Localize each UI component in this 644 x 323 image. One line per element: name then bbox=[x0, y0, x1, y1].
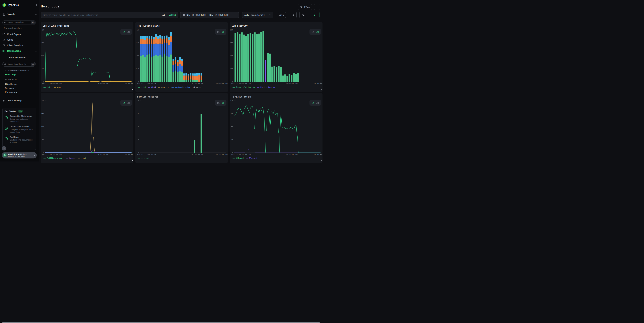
panel-resize-handle[interactable] bbox=[226, 89, 227, 90]
sidebar-item-alerts[interactable]: Alerts bbox=[2, 38, 37, 42]
saved-dashboards-field[interactable] bbox=[8, 63, 31, 66]
get-started-step-sources[interactable]: Create Data Sources Configure where your… bbox=[4, 125, 34, 134]
legend-item[interactable]: warn bbox=[54, 86, 62, 88]
legend-item[interactable]: systemd bbox=[138, 157, 149, 159]
sidebar-search-label: Search bbox=[7, 13, 14, 16]
saved-searches-input[interactable]: ⌘K bbox=[2, 20, 36, 25]
line-chart-toggle-icon[interactable] bbox=[312, 31, 314, 33]
layout-grid-icon bbox=[2, 50, 5, 52]
run-query-button[interactable] bbox=[310, 12, 320, 18]
svg-text:200: 200 bbox=[41, 100, 44, 102]
legend-item[interactable]: systemd-logind bbox=[172, 86, 190, 88]
sidebar-item-search[interactable]: Search bbox=[2, 13, 37, 16]
svg-text:250: 250 bbox=[136, 68, 139, 70]
legend-item[interactable]: Blocked bbox=[246, 157, 257, 159]
lucene-mode-toggle[interactable]: Lucene bbox=[168, 14, 176, 16]
panel-resize-handle[interactable] bbox=[321, 89, 322, 90]
legend-label: CRON bbox=[151, 86, 156, 88]
saved-searches-field[interactable] bbox=[8, 21, 31, 24]
event-search-input[interactable] bbox=[44, 14, 162, 16]
check-circle-icon bbox=[4, 127, 8, 130]
sidebar-item-team-settings[interactable]: Team Settings bbox=[2, 99, 37, 102]
get-started-step-connect[interactable]: Connect to ClickHouse Set up your databa… bbox=[4, 115, 34, 123]
legend-item[interactable]: Failed Logins bbox=[257, 86, 275, 88]
svg-text:4: 4 bbox=[138, 126, 139, 128]
sql-mode-toggle[interactable]: SQL bbox=[162, 14, 166, 16]
chart-canvas[interactable]: 050100150200Nov 11 12:00:00 AM10:30:00 A… bbox=[40, 100, 134, 157]
sidebar-item-chart-explorer[interactable]: Chart Explorer bbox=[2, 32, 37, 36]
svg-text:10:30:00 AM: 10:30:00 AM bbox=[97, 83, 108, 85]
legend-item[interactable]: Allowed bbox=[232, 157, 244, 159]
live-button[interactable]: Live bbox=[277, 12, 286, 18]
sidebar-item-clickhouse[interactable]: ClickHouse bbox=[5, 83, 16, 85]
filter-edit-icon bbox=[302, 14, 305, 17]
chart-canvas[interactable]: 0150300450600Nov 11 12:00:00 AM10:30:00 … bbox=[230, 29, 322, 86]
bar-chart-toggle-icon[interactable] bbox=[127, 31, 130, 33]
legend-more-link[interactable]: +4 more bbox=[193, 86, 200, 88]
legend-swatch bbox=[44, 87, 46, 88]
chart-title: Firewall blocks bbox=[232, 96, 252, 98]
chevron-up-icon[interactable] bbox=[32, 110, 34, 112]
refresh-button[interactable] bbox=[289, 12, 297, 18]
nav-label: Alerts bbox=[7, 39, 13, 41]
chart-panel-top-systemd-units: Top systemd units02505007501KNov 11 12:0… bbox=[135, 22, 228, 92]
bar-chart-toggle-icon[interactable] bbox=[222, 31, 224, 33]
panel-resize-handle[interactable] bbox=[132, 160, 133, 161]
legend-item[interactable]: Successful Logins bbox=[232, 86, 255, 88]
legend-item[interactable]: anacron bbox=[158, 86, 169, 88]
granularity-select[interactable]: Auto Granularity bbox=[242, 12, 273, 18]
svg-text:Nov 11 12:00:00 AM: Nov 11 12:00:00 AM bbox=[137, 153, 156, 155]
chart-canvas[interactable]: 0306090120Nov 11 12:00:00 AM10:30:00 AM1… bbox=[230, 100, 322, 157]
panel-resize-handle[interactable] bbox=[132, 89, 133, 90]
line-chart-toggle-icon[interactable] bbox=[312, 101, 314, 104]
presets-section-header[interactable]: PRESETS bbox=[5, 79, 18, 81]
saved-dashboards-input[interactable]: ⌘K bbox=[2, 62, 36, 67]
tags-button[interactable]: 0 Tags bbox=[298, 4, 312, 10]
get-started-step-add-data[interactable]: Add Data Start sending logs, metrics, or… bbox=[4, 136, 34, 144]
legend-item[interactable]: kernel bbox=[66, 157, 76, 159]
kebab-menu-button[interactable] bbox=[314, 4, 320, 10]
panel-resize-handle[interactable] bbox=[321, 160, 322, 161]
line-chart-toggle-icon[interactable] bbox=[217, 101, 220, 104]
legend-item[interactable]: sshd bbox=[138, 86, 146, 88]
sidebar-item-dashboards[interactable]: Dashboards bbox=[2, 49, 37, 53]
svg-text:150: 150 bbox=[41, 113, 44, 115]
sidebar-collapse-icon[interactable] bbox=[34, 4, 37, 7]
svg-text:Nov 11 12:00:00 AM: Nov 11 12:00:00 AM bbox=[231, 153, 251, 155]
legend-item[interactable]: fail2ban-server bbox=[44, 157, 64, 159]
saved-dashboards-section-header[interactable]: SAVED DASHBOARDS bbox=[5, 69, 30, 72]
panel-resize-handle[interactable] bbox=[226, 160, 227, 161]
bar-chart-toggle-icon[interactable] bbox=[316, 31, 319, 33]
chart-canvas[interactable]: 02468Nov 11 12:00:00 AM10:30:00 AM11:30:… bbox=[135, 100, 228, 157]
sidebar-item-kubernetes[interactable]: Kubernetes bbox=[5, 91, 17, 93]
legend-item[interactable]: info bbox=[44, 86, 51, 88]
line-chart-toggle-icon[interactable] bbox=[217, 31, 220, 33]
date-range-picker[interactable]: Nov 11 00:00:00 - Nov 12 00:00:00 bbox=[180, 12, 239, 18]
chart-title: Top systemd units bbox=[137, 25, 160, 27]
create-dashboard-button[interactable]: + Create Dashboard bbox=[4, 56, 26, 59]
legend-label: sshd bbox=[81, 157, 86, 159]
bar-chart-toggle-icon[interactable] bbox=[316, 101, 319, 104]
sidebar-item-client-sessions[interactable]: Client Sessions bbox=[2, 43, 37, 47]
chevron-down-icon bbox=[5, 70, 7, 71]
chart-type-toggle bbox=[120, 100, 132, 106]
legend-item[interactable]: CRON bbox=[148, 86, 156, 88]
chart-canvas[interactable]: 02505007501KNov 11 12:00:00 AM10:30:00 A… bbox=[135, 29, 228, 86]
legend-label: info bbox=[47, 86, 51, 88]
user-menu[interactable]: D dominic.tran@clic... dominic.tran@clic… bbox=[2, 152, 37, 158]
filter-button[interactable] bbox=[299, 12, 307, 18]
bar-chart-toggle-icon[interactable] bbox=[222, 101, 224, 104]
chart-title: Log volume over time bbox=[42, 25, 69, 27]
legend-swatch bbox=[232, 158, 235, 158]
help-button[interactable]: ? bbox=[2, 146, 6, 151]
chart-canvas[interactable]: 02505007501KNov 11 12:00:00 AM10:30:00 A… bbox=[40, 29, 134, 86]
bar-chart-toggle-icon[interactable] bbox=[127, 101, 130, 104]
sidebar-item-services[interactable]: Services bbox=[5, 87, 14, 89]
line-chart-toggle-icon[interactable] bbox=[122, 101, 125, 104]
legend-item[interactable]: sshd bbox=[78, 157, 86, 159]
sidebar-item-host-logs[interactable]: Host Logs bbox=[5, 73, 16, 76]
chevron-down-icon bbox=[5, 79, 7, 81]
event-search-bar[interactable]: SQL | Lucene bbox=[41, 12, 178, 18]
svg-text:6: 6 bbox=[138, 113, 139, 115]
line-chart-toggle-icon[interactable] bbox=[122, 31, 125, 33]
